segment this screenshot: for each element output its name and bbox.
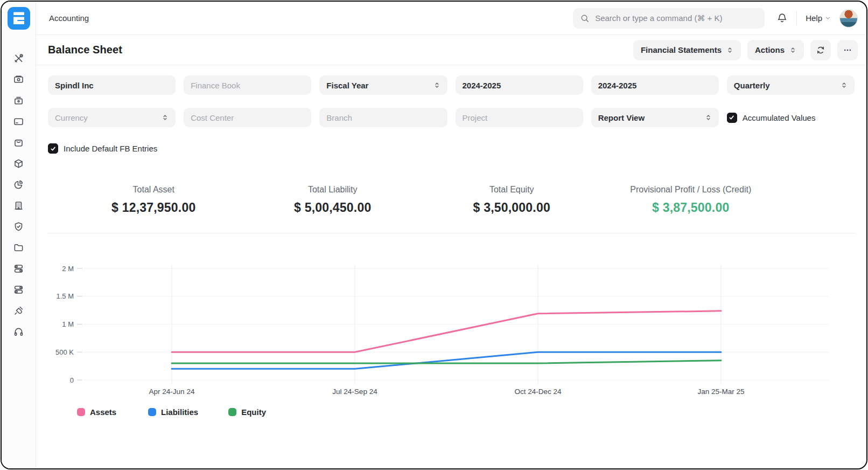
package-icon	[13, 158, 24, 169]
sidebar-item-package[interactable]	[9, 157, 29, 169]
report-group-label: Financial Statements	[641, 45, 722, 54]
include-default-fb-toggle[interactable]: Include Default FB Entries	[48, 143, 855, 154]
finance-book-filter[interactable]: Finance Book	[184, 75, 311, 95]
check-icon	[50, 146, 57, 152]
building-icon	[13, 200, 24, 211]
page-title: Balance Sheet	[48, 44, 122, 56]
periodicity-select[interactable]: Quarterly	[727, 75, 855, 95]
report-group-select[interactable]: Financial Statements	[633, 40, 741, 60]
summary-card-total-equity: Total Equity $ 3,50,000.00	[422, 185, 601, 215]
sidebar-item-tools[interactable]	[9, 52, 29, 64]
summary-card-provisional-profit: Provisional Profit / Loss (Credit) $ 3,8…	[601, 185, 781, 215]
include-default-fb-label: Include Default FB Entries	[64, 144, 157, 153]
total-asset-value: $ 12,37,950.00	[64, 201, 243, 215]
legend-item-assets[interactable]: Assets	[77, 407, 118, 417]
total-equity-value: $ 3,50,000.00	[422, 201, 601, 215]
sidebar-item-headset[interactable]	[9, 326, 29, 337]
legend-label: Liabilities	[161, 407, 198, 417]
from-fiscal-year-value: 2024-2025	[463, 81, 501, 90]
svg-text:0: 0	[70, 376, 74, 384]
help-menu[interactable]: Help	[806, 13, 831, 23]
sidebar-rail	[2, 2, 36, 468]
check-icon	[729, 114, 735, 121]
chevron-down-icon	[825, 15, 831, 21]
search-placeholder: Search or type a command (⌘ + K)	[595, 13, 722, 23]
refresh-icon	[816, 45, 825, 55]
cost-center-filter[interactable]: Cost Center	[184, 108, 311, 127]
topbar-divider	[796, 11, 797, 25]
branch-filter[interactable]: Branch	[319, 108, 447, 127]
actions-label: Actions	[755, 45, 785, 54]
currency-placeholder: Currency	[55, 113, 88, 122]
app-logo[interactable]	[8, 7, 30, 30]
summary-card-total-asset: Total Asset $ 12,37,950.00	[64, 185, 243, 215]
legend-swatch-icon	[148, 408, 156, 416]
from-fiscal-year-filter[interactable]: 2024-2025	[456, 75, 583, 95]
legend-swatch-icon	[228, 408, 236, 416]
svg-text:1 M: 1 M	[62, 320, 74, 328]
erpnext-logo-icon	[12, 11, 25, 25]
toggles-icon	[13, 263, 24, 274]
sidebar-item-shield-check[interactable]	[9, 220, 29, 232]
total-asset-label: Total Asset	[64, 185, 243, 195]
sidebar-item-cashbox[interactable]	[9, 94, 29, 106]
sidebar-item-toggles[interactable]	[9, 262, 29, 274]
select-updown-icon	[433, 81, 440, 89]
legend-item-equity[interactable]: Equity	[228, 407, 269, 417]
period-basis-select[interactable]: Fiscal Year	[319, 75, 447, 95]
legend-label: Equity	[241, 407, 266, 417]
select-updown-icon	[841, 81, 848, 89]
total-liability-label: Total Liability	[243, 185, 423, 195]
sidebar-item-plug[interactable]	[9, 305, 29, 316]
svg-text:500 K: 500 K	[55, 348, 74, 356]
sidebar-icon-list	[9, 52, 29, 337]
branch-placeholder: Branch	[326, 113, 352, 122]
tools-icon	[13, 53, 24, 64]
finance-book-placeholder: Finance Book	[191, 81, 240, 90]
sidebar-item-bag[interactable]	[9, 136, 29, 148]
include-default-fb-checkbox[interactable]	[48, 143, 58, 154]
sidebar-item-folder[interactable]	[9, 241, 29, 253]
search-input[interactable]: Search or type a command (⌘ + K)	[573, 8, 765, 29]
provisional-profit-label: Provisional Profit / Loss (Credit)	[601, 185, 781, 195]
user-avatar[interactable]	[839, 9, 858, 27]
line-chart[interactable]: 0500 K1 M1.5 M2 MApr 24-Jun 24Jul 24-Sep…	[49, 260, 831, 397]
cost-center-placeholder: Cost Center	[191, 113, 234, 122]
actions-menu-button[interactable]: Actions	[747, 40, 804, 60]
accumulated-values-toggle[interactable]: Accumulated Values	[727, 108, 855, 127]
notifications-button[interactable]	[776, 12, 788, 24]
currency-select[interactable]: Currency	[48, 108, 176, 127]
sidebar-item-toggles-alt[interactable]	[9, 284, 29, 295]
sidebar-item-pie-chart[interactable]	[9, 178, 29, 190]
to-fiscal-year-filter[interactable]: 2024-2025	[591, 75, 719, 95]
svg-text:1.5 M: 1.5 M	[56, 292, 74, 300]
sidebar-item-card[interactable]	[9, 115, 29, 127]
project-filter[interactable]: Project	[456, 108, 583, 127]
filter-bar: Spindl Inc Finance Book Fiscal Year 2024…	[36, 65, 866, 127]
toggles-alt-icon	[13, 284, 24, 295]
include-default-fb-row: Include Default FB Entries	[36, 127, 866, 154]
header-actions: Financial Statements Actions	[633, 40, 858, 60]
cashbox-icon	[13, 95, 24, 106]
svg-text:Apr 24-Jun 24: Apr 24-Jun 24	[149, 388, 195, 396]
ellipsis-icon	[843, 45, 852, 55]
report-view-select[interactable]: Report View	[591, 108, 719, 127]
periodicity-value: Quarterly	[734, 81, 770, 90]
legend-item-liabilities[interactable]: Liabilities	[148, 407, 198, 417]
summary-card-total-liability: Total Liability $ 5,00,450.00	[243, 185, 423, 215]
sidebar-item-cash[interactable]	[9, 73, 29, 85]
refresh-button[interactable]	[810, 40, 831, 60]
balance-sheet-chart: 0500 K1 M1.5 M2 MApr 24-Jun 24Jul 24-Sep…	[36, 233, 866, 417]
topbar: Accounting Search or type a command (⌘ +…	[36, 2, 866, 35]
legend-label: Assets	[90, 407, 116, 417]
plug-icon	[13, 305, 24, 316]
pie-chart-icon	[13, 179, 24, 190]
more-options-button[interactable]	[837, 40, 858, 60]
company-value: Spindl Inc	[55, 81, 94, 90]
accumulated-values-checkbox[interactable]	[727, 113, 737, 123]
summary-row: Total Asset $ 12,37,950.00 Total Liabili…	[36, 185, 866, 215]
legend-swatch-icon	[77, 408, 85, 416]
sidebar-item-building[interactable]	[9, 199, 29, 211]
help-label: Help	[806, 13, 822, 23]
company-filter[interactable]: Spindl Inc	[48, 75, 176, 95]
